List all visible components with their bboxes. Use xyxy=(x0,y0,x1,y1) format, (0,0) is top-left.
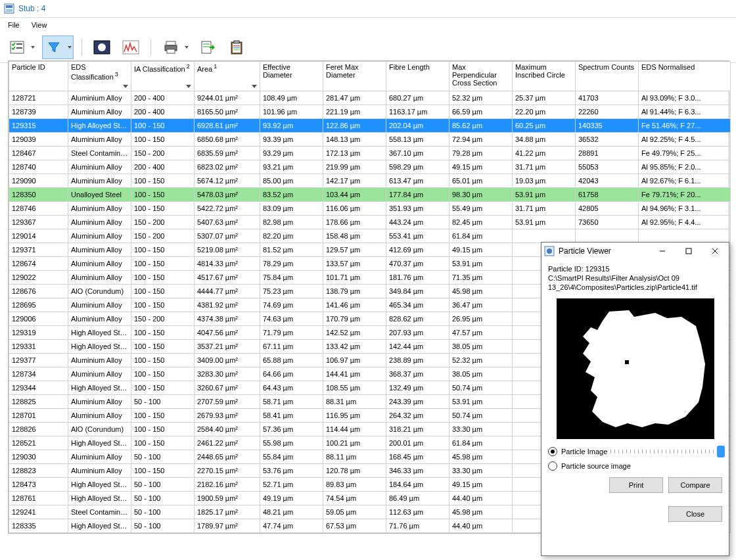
particle-path-1: C:\SmartPI Results\Filter Analysis\Oct 0… xyxy=(548,274,722,283)
cell-eds: Aluminium Alloy xyxy=(68,464,131,478)
table-row[interactable]: 128746Aluminium Alloy100 - 1505422.72 µm… xyxy=(9,202,731,216)
cell-fib: 367.10 µm xyxy=(386,147,449,160)
cell-ia: 100 - 150 xyxy=(131,298,195,312)
particle-viewer-icon xyxy=(544,246,555,256)
table-row[interactable]: 129090Aluminium Alloy100 - 1505674.12 µm… xyxy=(9,174,731,188)
cell-mpcs: 53.91 µm xyxy=(449,257,513,271)
cell-eds: High Alloyed Steel xyxy=(68,478,131,492)
cell-mic: 25.37 µm xyxy=(513,91,576,105)
spectrum-button[interactable] xyxy=(119,35,143,59)
table-row[interactable]: 128740Aluminium Alloy200 - 4006823.02 µm… xyxy=(9,160,731,174)
cell-eff: 75.84 µm xyxy=(260,271,323,285)
cell-area: 2182.16 µm² xyxy=(195,478,260,492)
cell-ia: 50 - 100 xyxy=(131,395,195,409)
cell-eds: Aluminium Alloy xyxy=(68,243,131,257)
column-header[interactable]: IA Classification2 xyxy=(131,62,195,91)
particle-image xyxy=(557,298,714,439)
cell-fib: 351.93 µm xyxy=(386,202,449,216)
column-header[interactable]: EDS Classification3 xyxy=(68,62,131,91)
cell-id: 129377 xyxy=(9,354,68,367)
cell-id: 129090 xyxy=(9,174,68,188)
cell-fib: 132.49 µm xyxy=(386,381,449,395)
particle-id-label: Particle ID: 129315 xyxy=(548,265,722,274)
menu-view[interactable]: View xyxy=(26,20,53,30)
cell-eff: 74.69 µm xyxy=(260,298,323,312)
column-header[interactable]: Max Perpendicular Cross Section xyxy=(449,62,513,91)
cell-area: 9244.01 µm² xyxy=(195,91,260,105)
cell-eds: Aluminium Alloy xyxy=(68,367,131,381)
cell-mic: 31.71 µm xyxy=(513,202,576,216)
checklist-button[interactable] xyxy=(5,35,37,59)
cell-area: 3283.30 µm² xyxy=(195,367,260,381)
table-row[interactable]: 128721Aluminium Alloy200 - 4009244.01 µm… xyxy=(9,91,731,105)
cell-spec: 28891 xyxy=(576,147,639,160)
cell-area: 6928.61 µm² xyxy=(195,119,260,133)
maximize-button[interactable] xyxy=(678,244,700,258)
cell-ia: 50 - 100 xyxy=(131,492,195,505)
cell-fer: 122.86 µm xyxy=(323,119,386,133)
window-title: Stub : 4 xyxy=(18,4,45,13)
column-header[interactable]: Feret Max Diameter xyxy=(323,62,386,91)
svg-rect-17 xyxy=(234,41,239,43)
column-header[interactable]: Maximum Inscribed Circle xyxy=(513,62,576,91)
cell-eff: 71.79 µm xyxy=(260,326,323,340)
svg-rect-4 xyxy=(16,43,22,45)
radio-source-image[interactable]: Particle source image xyxy=(548,461,722,471)
cell-id: 129344 xyxy=(9,381,68,395)
particle-view-button[interactable] xyxy=(90,35,114,59)
cell-area: 2707.59 µm² xyxy=(195,395,260,409)
column-header[interactable]: Spectrum Counts xyxy=(576,62,639,91)
column-header[interactable]: EDS Normalised xyxy=(639,62,731,91)
cell-fib: 368.37 µm xyxy=(386,367,449,381)
cell-area: 5219.08 µm² xyxy=(195,243,260,257)
cell-id: 128746 xyxy=(9,202,68,216)
cell-eff: 78.29 µm xyxy=(260,257,323,271)
table-row[interactable]: 129367Aluminium Alloy150 - 2005407.63 µm… xyxy=(9,216,731,229)
column-header[interactable]: Fibre Length xyxy=(386,62,449,91)
cell-mpcs: 44.40 µm xyxy=(449,519,513,533)
cell-area: 2584.40 µm² xyxy=(195,423,260,436)
particle-viewer-window[interactable]: Particle Viewer Particle ID: 129315 C:\S… xyxy=(541,242,729,556)
table-row[interactable]: 129014Aluminium Alloy150 - 2005307.07 µm… xyxy=(9,229,731,243)
filter-button[interactable] xyxy=(42,35,74,59)
cell-id: 128676 xyxy=(9,285,68,298)
cell-area: 5674.12 µm² xyxy=(195,174,260,188)
svg-rect-20 xyxy=(233,49,240,51)
cell-norm: Fe 51.46%; F 27... xyxy=(639,119,731,133)
clipboard-button[interactable] xyxy=(225,35,248,59)
cell-eds: Aluminium Alloy xyxy=(68,105,131,119)
table-row[interactable]: 128350Unalloyed Steel100 - 1505478.03 µm… xyxy=(9,188,731,202)
compare-button[interactable]: Compare xyxy=(668,477,722,493)
column-header[interactable]: Particle ID xyxy=(9,62,68,91)
menu-file[interactable]: File xyxy=(3,20,25,30)
cell-fer: 100.21 µm xyxy=(323,436,386,450)
table-row[interactable]: 129039Aluminium Alloy100 - 1506850.68 µm… xyxy=(9,133,731,147)
particle-viewer-titlebar[interactable]: Particle Viewer xyxy=(541,243,729,260)
cell-area: 5422.72 µm² xyxy=(195,202,260,216)
export-button[interactable] xyxy=(196,35,219,59)
cell-ia: 150 - 200 xyxy=(131,216,195,229)
table-row[interactable]: 129315High Alloyed Steel100 - 1506928.61… xyxy=(9,119,731,133)
column-header[interactable]: Effective Diameter xyxy=(260,62,323,91)
cell-eds: Aluminium Alloy xyxy=(68,395,131,409)
radio-particle-image[interactable]: Particle Image xyxy=(548,447,607,456)
cell-area: 1825.17 µm² xyxy=(195,505,260,519)
column-header[interactable]: Area1 xyxy=(195,62,260,91)
table-row[interactable]: 128467Steel Contaminated150 - 2006835.59… xyxy=(9,147,731,160)
cell-ia: 50 - 100 xyxy=(131,505,195,519)
cell-area: 4517.67 µm² xyxy=(195,271,260,285)
cell-eds: Aluminium Alloy xyxy=(68,450,131,464)
cell-id: 129006 xyxy=(9,312,68,326)
minimize-button[interactable] xyxy=(651,244,674,258)
image-slider[interactable] xyxy=(610,450,722,454)
cell-id: 128335 xyxy=(9,519,68,533)
close-button[interactable]: Close xyxy=(668,506,722,522)
cell-eff: 82.98 µm xyxy=(260,216,323,229)
cell-ia: 200 - 400 xyxy=(131,105,195,119)
cell-mpcs: 53.91 µm xyxy=(449,395,513,409)
table-row[interactable]: 128739Aluminium Alloy200 - 4008165.50 µm… xyxy=(9,105,731,119)
print-button-popup[interactable]: Print xyxy=(609,477,663,493)
cell-area: 4814.33 µm² xyxy=(195,257,260,271)
print-button[interactable] xyxy=(159,35,191,59)
close-x-button[interactable] xyxy=(704,244,726,258)
